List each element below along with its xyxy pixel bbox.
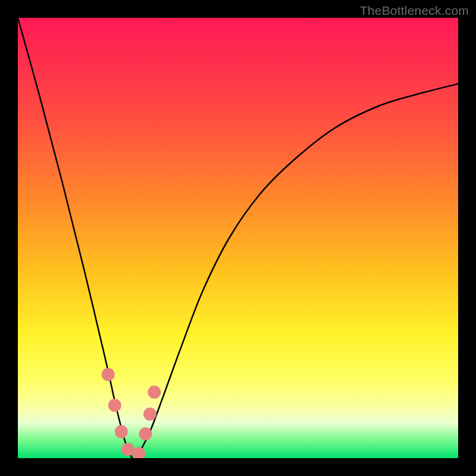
curve-layer xyxy=(18,18,458,458)
plot-area xyxy=(18,18,458,458)
threshold-marker xyxy=(139,427,152,440)
threshold-marker xyxy=(102,368,115,381)
threshold-marker xyxy=(148,386,161,399)
threshold-marker xyxy=(115,425,128,439)
threshold-marker xyxy=(108,399,121,412)
watermark-text: TheBottleneck.com xyxy=(360,4,469,18)
bottleneck-curve xyxy=(18,18,458,458)
chart-frame: TheBottleneck.com xyxy=(0,0,476,476)
threshold-marker xyxy=(143,408,156,421)
